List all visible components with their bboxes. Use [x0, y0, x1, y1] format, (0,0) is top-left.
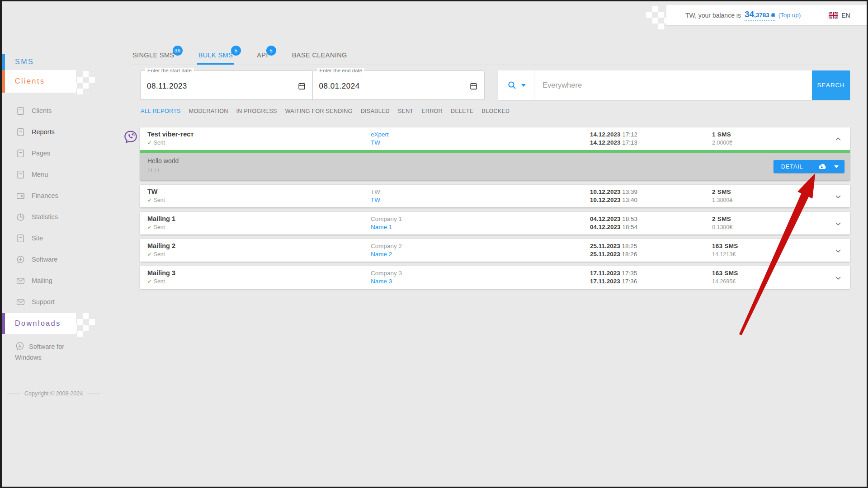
check-icon: ✓ [147, 140, 152, 146]
sidebar-item-finances[interactable]: Finances [2, 188, 106, 203]
tab-api[interactable]: API5 [255, 52, 269, 65]
search-button[interactable]: SEARCH [812, 70, 850, 100]
expanded-panel: Hello world 11 / 1 DETAIL [140, 153, 850, 180]
filter-in-progress[interactable]: IN PROGRESS [236, 108, 277, 114]
document-icon [16, 106, 25, 116]
sidebar-section-downloads[interactable]: Downloads [2, 313, 76, 334]
downloads-active-bar [2, 313, 5, 334]
report-row[interactable]: Mailing 2 ✓Sent Company 2 Name 2 25.11.2… [140, 239, 850, 262]
report-row[interactable]: Mailing 1 ✓Sent Company 1 Name 1 04.12.2… [140, 212, 850, 235]
report-status: ✓Sent [147, 251, 175, 258]
chevron-down-icon[interactable] [834, 246, 843, 255]
client-name: TW [371, 188, 380, 196]
download-report-button[interactable] [811, 160, 844, 173]
chevron-down-icon[interactable] [834, 273, 843, 282]
report-card: Mailing 2 ✓Sent Company 2 Name 2 25.11.2… [140, 239, 850, 262]
filter-disabled[interactable]: DISABLED [361, 108, 390, 114]
report-card: Mailing 1 ✓Sent Company 1 Name 1 04.12.2… [140, 212, 850, 235]
sidebar-item-reports[interactable]: Reports [2, 125, 106, 139]
filter-all-reports[interactable]: ALL REPORTS [141, 108, 181, 114]
tab-single-sms[interactable]: SINGLE SMS36 [131, 52, 176, 65]
check-icon: ✓ [147, 278, 152, 285]
sidebar-item-menu[interactable]: Menu [2, 167, 106, 182]
search-scope-selector[interactable] [498, 70, 534, 100]
sidebar-item-software-for-windows[interactable]: Software for Windows [15, 341, 83, 363]
tab-badge: 5 [266, 46, 276, 56]
reports-list: Test viber-тест ✓Sent eXpert TW 14.12.20… [140, 127, 850, 293]
pixel-decoration [71, 313, 95, 338]
report-dates: 14.12.2023 17:12 14.12.2023 17:13 [590, 131, 637, 147]
document-icon [16, 170, 25, 179]
client-link[interactable]: Name 1 [371, 223, 402, 231]
report-row[interactable]: Mailing 3 ✓Sent Company 3 Name 3 17.11.2… [140, 266, 850, 289]
chevron-down-icon[interactable] [834, 219, 843, 228]
report-status: ✓Sent [147, 197, 165, 203]
start-date-label: Enter the start date [145, 68, 194, 73]
sms-active-bar [2, 54, 5, 70]
report-title: Mailing 1 [147, 215, 175, 222]
client-link[interactable]: Name 2 [371, 250, 402, 258]
detail-button[interactable]: DETAIL [774, 160, 811, 173]
start-date-value: 08.11.2023 [147, 82, 187, 90]
sidebar-item-mailing[interactable]: Mailing [2, 273, 106, 288]
report-volume: 2 SMS 1.3800₴ [712, 188, 732, 204]
filter-sent[interactable]: SENT [398, 108, 414, 114]
tab-bulk-sms[interactable]: BULK SMS5 [197, 52, 235, 65]
filter-blocked[interactable]: BLOCKED [482, 108, 510, 114]
pie-chart-icon [16, 212, 25, 222]
sidebar-item-clients[interactable]: Clients [2, 103, 106, 118]
sidebar-item-pages[interactable]: Pages [2, 146, 106, 160]
report-volume: 1 SMS 2.0000₴ [712, 131, 732, 147]
client-link[interactable]: TW [371, 139, 389, 147]
chevron-up-icon[interactable] [834, 135, 843, 144]
client-name: Company 2 [371, 242, 402, 250]
report-title: Mailing 2 [147, 242, 175, 249]
sidebar-item-site[interactable]: Site [2, 231, 106, 245]
date-range: Enter the start date 08.11.2023 Enter th… [140, 70, 485, 100]
sidebar-sms-label: SMS [15, 58, 34, 66]
check-icon: ✓ [147, 197, 152, 203]
end-date-label: Enter the end date [317, 68, 365, 73]
report-title: Test viber-тест [147, 131, 193, 138]
chevron-down-icon[interactable] [834, 192, 843, 201]
calendar-icon[interactable] [469, 82, 478, 90]
viber-icon [123, 130, 138, 145]
report-volume: 163 SMS 14.1213€ [712, 242, 738, 258]
report-row[interactable]: TW ✓Sent TW TW 10.12.2023 13:39 10.12.20… [140, 185, 850, 207]
download-circle-icon [15, 341, 25, 351]
sidebar-item-support[interactable]: Support [2, 295, 106, 309]
report-card: Mailing 3 ✓Sent Company 3 Name 3 17.11.2… [140, 266, 850, 289]
report-volume: 2 SMS 0.1380€ [712, 215, 732, 231]
document-icon [16, 149, 25, 158]
check-icon: ✓ [147, 251, 152, 258]
sidebar-item-statistics[interactable]: Statistics [2, 210, 106, 224]
divider [7, 394, 20, 394]
calendar-icon[interactable] [297, 82, 306, 90]
wallet-icon [16, 191, 25, 201]
report-card: TW ✓Sent TW TW 10.12.2023 13:39 10.12.20… [140, 185, 850, 207]
client-name: Company 1 [371, 215, 402, 223]
filter-error[interactable]: ERROR [421, 108, 443, 114]
client-link[interactable]: eXpert [371, 131, 389, 139]
filter-waiting-for-sending[interactable]: WAITING FOR SENDING [285, 108, 353, 114]
tab-badge: 5 [231, 46, 241, 56]
document-icon [16, 234, 25, 243]
filter-moderation[interactable]: MODERATION [189, 108, 228, 114]
sidebar-section-clients[interactable]: Clients [2, 70, 76, 93]
filter-delete[interactable]: DELETE [451, 108, 473, 114]
report-dates: 25.11.2023 18:25 25.11.2023 18:26 [590, 242, 637, 258]
end-date-field[interactable]: Enter the end date 08.01.2024 [312, 70, 485, 100]
report-row[interactable]: Test viber-тест ✓Sent eXpert TW 14.12.20… [140, 127, 850, 150]
start-date-field[interactable]: Enter the start date 08.11.2023 [140, 70, 313, 100]
sidebar-section-sms[interactable]: SMS [2, 54, 106, 70]
client-name: Company 3 [371, 269, 402, 277]
report-dates: 17.11.2023 17:35 17.11.2023 17:36 [590, 269, 637, 286]
client-link[interactable]: TW [371, 196, 380, 204]
message-text: Hello world [147, 157, 843, 164]
client-link[interactable]: Name 3 [371, 277, 402, 286]
search-input[interactable] [534, 70, 812, 100]
sidebar-item-software[interactable]: Software [2, 252, 106, 267]
report-dates: 04.12.2023 18:53 04.12.2023 18:54 [590, 215, 637, 231]
tab-base-cleaning[interactable]: BASE CLEANING [291, 52, 349, 65]
report-volume: 163 SMS 14.2695€ [712, 269, 738, 286]
